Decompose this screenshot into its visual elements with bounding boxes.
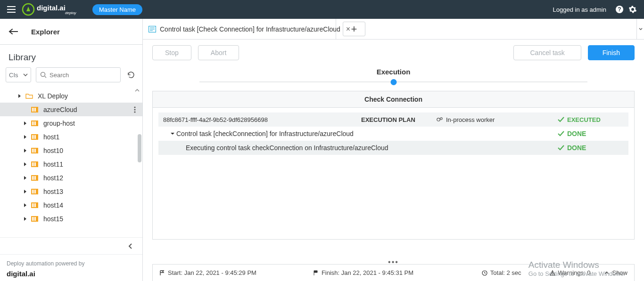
tree-item-host11[interactable]: host11 bbox=[0, 157, 142, 171]
tree-item-xl-deploy[interactable]: XL Deploy bbox=[0, 89, 142, 103]
svg-point-48 bbox=[440, 118, 442, 120]
folder-icon bbox=[25, 93, 34, 99]
tree: XL Deploy azureCloud group-host host1 bbox=[0, 87, 142, 237]
host-icon bbox=[31, 202, 40, 209]
svg-rect-34 bbox=[32, 190, 33, 193]
tree-item-host12[interactable]: host12 bbox=[0, 171, 142, 185]
scroll-up-icon[interactable] bbox=[135, 89, 140, 92]
clock-icon bbox=[482, 270, 487, 276]
flag-finish-icon bbox=[313, 270, 319, 276]
caret-right-icon bbox=[24, 135, 29, 139]
back-icon[interactable] bbox=[8, 29, 18, 34]
caret-down-icon bbox=[169, 132, 176, 136]
svg-rect-18 bbox=[32, 135, 33, 139]
svg-point-5 bbox=[41, 72, 45, 77]
tree-item-label: host1 bbox=[43, 133, 59, 141]
login-text: Logged in as admin bbox=[553, 6, 606, 13]
finish-time: Finish: Jan 22, 2021 - 9:45:31 PM bbox=[322, 269, 413, 276]
host-icon bbox=[31, 106, 40, 113]
content: Control task [Check Connection] for Infr… bbox=[143, 19, 644, 281]
warnings: Warnings: 0 bbox=[558, 269, 591, 276]
svg-rect-24 bbox=[35, 149, 36, 153]
check-icon bbox=[558, 145, 564, 151]
host-icon bbox=[31, 134, 40, 140]
kebab-icon[interactable] bbox=[134, 106, 136, 113]
gear-icon[interactable] bbox=[627, 4, 638, 15]
caret-right-icon bbox=[18, 94, 24, 98]
more-tabs-button[interactable] bbox=[636, 19, 644, 39]
svg-rect-43 bbox=[33, 217, 34, 221]
caret-right-icon bbox=[24, 148, 29, 153]
svg-rect-19 bbox=[33, 135, 34, 139]
menu-icon[interactable] bbox=[6, 4, 17, 15]
progress-dot bbox=[390, 79, 396, 85]
explorer-header: Explorer bbox=[0, 19, 142, 45]
tree-item-group-host[interactable]: group-host bbox=[0, 116, 142, 130]
tab-active[interactable]: Control task [Check Connection] for Infr… bbox=[143, 19, 336, 39]
tree-item-label: host13 bbox=[43, 188, 63, 195]
tree-item-label: XL Deploy bbox=[38, 92, 68, 100]
tree-scrollbar[interactable] bbox=[138, 134, 141, 162]
svg-rect-32 bbox=[35, 176, 36, 180]
ci-type-select[interactable]: CIs bbox=[6, 67, 31, 82]
step-text: Control task [checkConnection] for Infra… bbox=[176, 130, 558, 137]
tree-item-host1[interactable]: host1 bbox=[0, 130, 142, 144]
svg-rect-26 bbox=[32, 162, 33, 166]
tree-item-host10[interactable]: host10 bbox=[0, 144, 142, 157]
status-bar: ••• Start: Jan 22, 2021 - 9:45:29 PM Fin… bbox=[152, 264, 635, 281]
svg-point-47 bbox=[437, 118, 440, 121]
help-icon[interactable]: ? bbox=[614, 4, 625, 15]
cancel-task-button[interactable]: Cancel task bbox=[513, 45, 581, 60]
step-status: DONE bbox=[558, 130, 624, 137]
tree-item-host13[interactable]: host13 bbox=[0, 185, 142, 198]
caret-right-icon bbox=[24, 176, 29, 180]
svg-rect-38 bbox=[32, 203, 33, 207]
chevron-down-icon bbox=[23, 73, 28, 76]
svg-text:deploy: deploy bbox=[65, 11, 77, 15]
tab-label: Control task [Check Connection] for Infr… bbox=[160, 25, 340, 33]
execution-label: Execution bbox=[143, 68, 644, 76]
host-icon bbox=[31, 120, 40, 127]
host-icon bbox=[31, 147, 40, 154]
tree-item-azurecloud[interactable]: azureCloud bbox=[0, 103, 142, 116]
svg-rect-27 bbox=[33, 162, 34, 166]
start-time: Start: Jan 22, 2021 - 9:45:29 PM bbox=[168, 269, 256, 276]
step-row-2[interactable]: Executing control task checkConnection o… bbox=[158, 141, 628, 155]
panel-title: Check Connection bbox=[152, 91, 635, 108]
stop-button[interactable]: Stop bbox=[152, 45, 191, 60]
chevron-up-icon bbox=[604, 271, 609, 274]
search-icon bbox=[40, 72, 47, 78]
tree-item-label: host15 bbox=[43, 215, 63, 223]
search-input-wrap bbox=[36, 67, 121, 82]
tree-item-host14[interactable]: host14 bbox=[0, 198, 142, 212]
svg-rect-15 bbox=[33, 121, 34, 125]
search-input[interactable] bbox=[50, 72, 116, 79]
svg-rect-23 bbox=[33, 149, 34, 153]
finish-button[interactable]: Finish bbox=[588, 45, 635, 60]
action-bar: Stop Abort Cancel task Finish bbox=[143, 40, 644, 66]
collapse-sidebar-button[interactable] bbox=[0, 237, 142, 254]
svg-rect-16 bbox=[35, 121, 36, 125]
svg-rect-35 bbox=[33, 190, 34, 193]
abort-button[interactable]: Abort bbox=[198, 45, 239, 60]
caret-right-icon bbox=[24, 189, 29, 194]
footer-line: Deploy automation powered by bbox=[7, 260, 136, 267]
svg-rect-9 bbox=[35, 108, 36, 112]
svg-text:digital.ai: digital.ai bbox=[7, 270, 35, 278]
tree-item-label: azureCloud bbox=[43, 106, 77, 113]
top-bar: digital.ai deploy Master Name Logged in … bbox=[0, 0, 644, 19]
flag-icon bbox=[159, 270, 165, 276]
show-toggle[interactable]: Show bbox=[604, 269, 627, 276]
refresh-icon[interactable] bbox=[125, 69, 137, 80]
library-title: Library bbox=[0, 45, 142, 67]
panel-body: 88fc8671-ffff-4a2f-9b52-9df628956698 EXE… bbox=[152, 108, 635, 240]
plan-worker: In-process worker bbox=[437, 116, 540, 123]
drag-handle-icon[interactable]: ••• bbox=[388, 258, 399, 266]
step-row-1[interactable]: Control task [checkConnection] for Infra… bbox=[158, 127, 628, 141]
tree-item-host15[interactable]: host15 bbox=[0, 212, 142, 225]
tree-item-label: host11 bbox=[43, 161, 63, 168]
master-badge[interactable]: Master Name bbox=[92, 4, 142, 15]
task-icon bbox=[149, 26, 156, 32]
svg-rect-30 bbox=[32, 176, 33, 180]
add-tab-button[interactable]: + bbox=[343, 22, 365, 36]
